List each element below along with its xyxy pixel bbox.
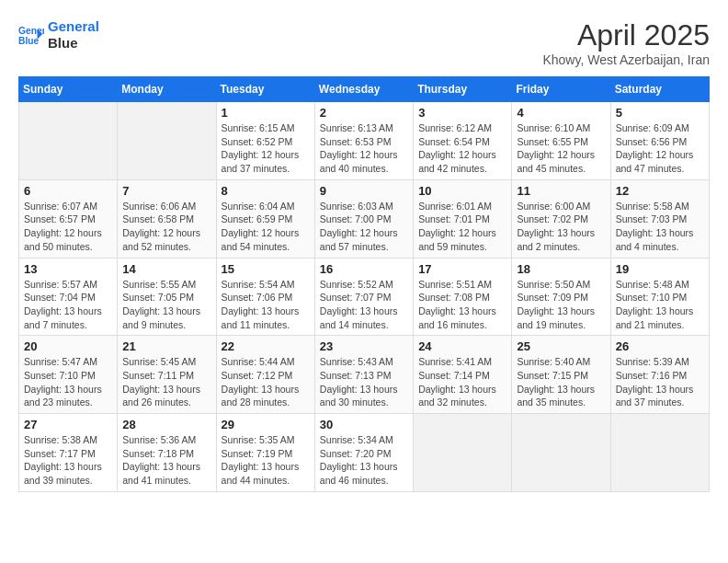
calendar-cell: 8Sunrise: 6:04 AM Sunset: 6:59 PM Daylig… [216,179,314,258]
calendar-cell: 30Sunrise: 5:34 AM Sunset: 7:20 PM Dayli… [314,414,413,492]
calendar-week-row: 6Sunrise: 6:07 AM Sunset: 6:57 PM Daylig… [19,179,710,258]
calendar-cell: 29Sunrise: 5:35 AM Sunset: 7:19 PM Dayli… [216,414,314,492]
calendar-cell: 14Sunrise: 5:55 AM Sunset: 7:05 PM Dayli… [118,258,216,336]
calendar-cell: 18Sunrise: 5:50 AM Sunset: 7:09 PM Dayli… [512,258,610,336]
day-number: 29 [222,418,310,431]
day-info: Sunrise: 5:48 AM Sunset: 7:10 PM Dayligh… [616,278,704,332]
page-header: General Blue GeneralBlue April 2025 Khow… [18,18,710,67]
calendar-cell: 19Sunrise: 5:48 AM Sunset: 7:10 PM Dayli… [610,258,709,336]
day-info: Sunrise: 6:15 AM Sunset: 6:52 PM Dayligh… [222,121,310,176]
calendar-cell: 7Sunrise: 6:06 AM Sunset: 6:58 PM Daylig… [118,179,216,258]
day-info: Sunrise: 6:10 AM Sunset: 6:55 PM Dayligh… [517,121,605,176]
day-number: 10 [418,184,506,198]
subtitle: Khowy, West Azerbaijan, Iran [542,52,710,67]
calendar-cell [118,102,216,180]
weekday-header: Saturday [610,77,709,102]
logo-text: GeneralBlue [48,18,99,52]
weekday-header: Thursday [414,77,512,102]
day-number: 19 [616,262,704,276]
day-number: 27 [24,418,112,431]
calendar-cell: 20Sunrise: 5:47 AM Sunset: 7:10 PM Dayli… [19,336,118,414]
calendar-cell: 17Sunrise: 5:51 AM Sunset: 7:08 PM Dayli… [414,258,512,336]
calendar-cell: 9Sunrise: 6:03 AM Sunset: 7:00 PM Daylig… [314,179,413,258]
day-number: 6 [24,184,112,198]
day-info: Sunrise: 6:12 AM Sunset: 6:54 PM Dayligh… [418,121,506,176]
day-info: Sunrise: 6:03 AM Sunset: 7:00 PM Dayligh… [320,200,408,254]
day-info: Sunrise: 5:44 AM Sunset: 7:12 PM Dayligh… [222,355,310,409]
logo: General Blue GeneralBlue [18,18,99,52]
day-info: Sunrise: 5:52 AM Sunset: 7:07 PM Dayligh… [320,278,408,332]
day-info: Sunrise: 6:07 AM Sunset: 6:57 PM Dayligh… [24,200,112,254]
day-number: 23 [320,339,408,353]
calendar-cell: 23Sunrise: 5:43 AM Sunset: 7:13 PM Dayli… [314,336,413,414]
calendar-week-row: 20Sunrise: 5:47 AM Sunset: 7:10 PM Dayli… [19,336,710,414]
day-info: Sunrise: 5:55 AM Sunset: 7:05 PM Dayligh… [122,278,210,332]
calendar-cell: 22Sunrise: 5:44 AM Sunset: 7:12 PM Dayli… [216,336,314,414]
day-number: 4 [517,106,605,120]
weekday-header-row: SundayMondayTuesdayWednesdayThursdayFrid… [19,77,710,102]
day-info: Sunrise: 6:06 AM Sunset: 6:58 PM Dayligh… [122,200,210,254]
day-number: 16 [320,262,408,276]
day-info: Sunrise: 5:41 AM Sunset: 7:14 PM Dayligh… [418,355,506,409]
weekday-header: Sunday [19,77,118,102]
day-info: Sunrise: 5:34 AM Sunset: 7:20 PM Dayligh… [320,433,408,488]
calendar-cell: 21Sunrise: 5:45 AM Sunset: 7:11 PM Dayli… [118,336,216,414]
day-number: 11 [517,184,605,198]
day-number: 22 [222,339,310,353]
calendar-cell: 6Sunrise: 6:07 AM Sunset: 6:57 PM Daylig… [19,179,118,258]
weekday-header: Tuesday [216,77,314,102]
weekday-header: Monday [118,77,216,102]
day-info: Sunrise: 5:39 AM Sunset: 7:16 PM Dayligh… [616,355,704,409]
logo-icon: General Blue [18,22,44,48]
calendar-cell: 26Sunrise: 5:39 AM Sunset: 7:16 PM Dayli… [610,336,709,414]
day-number: 5 [616,106,704,120]
calendar-cell: 16Sunrise: 5:52 AM Sunset: 7:07 PM Dayli… [314,258,413,336]
day-info: Sunrise: 6:00 AM Sunset: 7:02 PM Dayligh… [517,200,605,254]
calendar-cell [19,102,118,180]
calendar-cell: 12Sunrise: 5:58 AM Sunset: 7:03 PM Dayli… [610,179,709,258]
calendar-cell: 28Sunrise: 5:36 AM Sunset: 7:18 PM Dayli… [118,414,216,492]
day-number: 14 [122,262,210,276]
calendar-cell: 24Sunrise: 5:41 AM Sunset: 7:14 PM Dayli… [414,336,512,414]
day-info: Sunrise: 5:36 AM Sunset: 7:18 PM Dayligh… [122,433,210,488]
calendar-cell: 13Sunrise: 5:57 AM Sunset: 7:04 PM Dayli… [19,258,118,336]
calendar-cell [610,414,709,492]
day-number: 15 [222,262,310,276]
calendar-cell: 25Sunrise: 5:40 AM Sunset: 7:15 PM Dayli… [512,336,610,414]
calendar-cell: 2Sunrise: 6:13 AM Sunset: 6:53 PM Daylig… [314,102,413,180]
day-info: Sunrise: 6:09 AM Sunset: 6:56 PM Dayligh… [616,121,704,176]
day-number: 9 [320,184,408,198]
weekday-header: Wednesday [314,77,413,102]
calendar-cell: 10Sunrise: 6:01 AM Sunset: 7:01 PM Dayli… [414,179,512,258]
day-info: Sunrise: 5:43 AM Sunset: 7:13 PM Dayligh… [320,355,408,409]
day-info: Sunrise: 5:45 AM Sunset: 7:11 PM Dayligh… [122,355,210,409]
calendar-cell: 3Sunrise: 6:12 AM Sunset: 6:54 PM Daylig… [414,102,512,180]
calendar-week-row: 1Sunrise: 6:15 AM Sunset: 6:52 PM Daylig… [19,102,710,180]
day-info: Sunrise: 5:40 AM Sunset: 7:15 PM Dayligh… [517,355,605,409]
main-title: April 2025 [542,18,710,52]
day-number: 26 [616,339,704,353]
calendar-cell: 4Sunrise: 6:10 AM Sunset: 6:55 PM Daylig… [512,102,610,180]
day-number: 8 [222,184,310,198]
day-number: 28 [122,418,210,431]
title-section: April 2025 Khowy, West Azerbaijan, Iran [542,18,710,67]
day-number: 21 [122,339,210,353]
day-number: 7 [122,184,210,198]
calendar-table: SundayMondayTuesdayWednesdayThursdayFrid… [18,76,710,492]
day-number: 18 [517,262,605,276]
calendar-cell: 11Sunrise: 6:00 AM Sunset: 7:02 PM Dayli… [512,179,610,258]
day-info: Sunrise: 5:51 AM Sunset: 7:08 PM Dayligh… [418,278,506,332]
calendar-week-row: 13Sunrise: 5:57 AM Sunset: 7:04 PM Dayli… [19,258,710,336]
svg-text:Blue: Blue [18,36,40,46]
day-info: Sunrise: 5:54 AM Sunset: 7:06 PM Dayligh… [222,278,310,332]
calendar-cell: 15Sunrise: 5:54 AM Sunset: 7:06 PM Dayli… [216,258,314,336]
day-number: 17 [418,262,506,276]
day-number: 12 [616,184,704,198]
calendar-week-row: 27Sunrise: 5:38 AM Sunset: 7:17 PM Dayli… [19,414,710,492]
calendar-cell: 1Sunrise: 6:15 AM Sunset: 6:52 PM Daylig… [216,102,314,180]
day-info: Sunrise: 6:04 AM Sunset: 6:59 PM Dayligh… [222,200,310,254]
day-number: 30 [320,418,408,431]
day-number: 25 [517,339,605,353]
day-info: Sunrise: 5:57 AM Sunset: 7:04 PM Dayligh… [24,278,112,332]
day-info: Sunrise: 6:13 AM Sunset: 6:53 PM Dayligh… [320,121,408,176]
